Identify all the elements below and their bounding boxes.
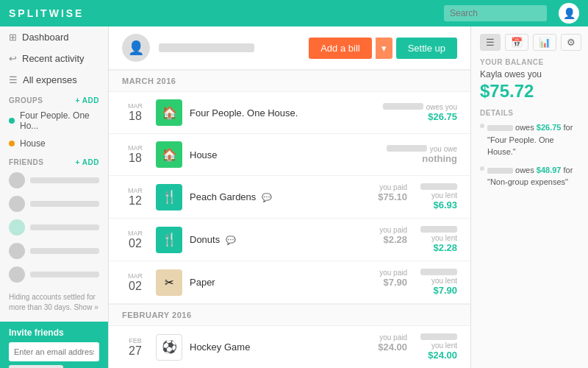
activity-amounts: you paid $7.90 you lent $7.90 [379, 269, 457, 296]
activity-row[interactable]: MAR 02 ✂ Paper you paid $7.90 you lent $… [109, 261, 470, 304]
sidebar-friend-5[interactable] [0, 263, 108, 286]
main-layout: ⊞ Dashboard ↩ Recent activity ☰ All expe… [0, 26, 588, 368]
center-panel: 👤 Add a bill ▾ Settle up MARCH 2016 MAR … [109, 26, 470, 368]
name-blur-bar [420, 226, 457, 233]
amount-col: you paid $7.90 [379, 269, 407, 296]
friends-section-header: FRIENDS + add [0, 152, 108, 169]
add-friend-link[interactable]: + add [76, 158, 99, 166]
activity-desc: Peach Gardens 💬 [190, 191, 378, 202]
activity-row[interactable]: FEB 27 ⚽ Hockey Game you paid $24.00 you… [109, 326, 470, 368]
friend-avatar [9, 172, 25, 188]
activity-icon: ⚽ [156, 334, 182, 361]
center-actions: Add a bill ▾ Settle up [309, 38, 457, 59]
amount-col: you paid $2.28 [379, 226, 407, 253]
add-group-link[interactable]: + add [76, 96, 99, 105]
logo: SPLITWISE [9, 7, 84, 19]
amount-col: owes you $26.75 [383, 103, 457, 122]
invite-email-input[interactable] [9, 342, 99, 361]
activity-amounts: you paid $24.00 you lent $24.00 [378, 333, 457, 361]
sidebar-friend-3[interactable] [0, 216, 108, 239]
month-header-march: MARCH 2016 [109, 70, 470, 92]
sidebar-friend-4[interactable] [0, 239, 108, 263]
person-blur-bar [487, 168, 513, 174]
activity-desc: House [190, 149, 387, 160]
activity-desc: Paper [190, 277, 379, 288]
friend-name-bar [30, 201, 99, 207]
panel-calendar-icon-button[interactable]: 📅 [505, 34, 528, 51]
activity-icon: 🏠 [156, 141, 182, 168]
activity-amounts: you paid $2.28 you lent $2.28 [379, 226, 457, 253]
balance-person-label: Kayla owes you [480, 69, 579, 79]
groups-section-header: GROUPS + add [0, 91, 108, 107]
dashboard-icon: ⊞ [9, 32, 17, 43]
activity-date: MAR 02 [122, 272, 148, 293]
add-bill-button[interactable]: Add a bill [309, 38, 371, 59]
center-header: 👤 Add a bill ▾ Settle up [109, 26, 470, 70]
group-color-dot [9, 118, 15, 124]
detail-text: owes $26.75 for "Four People. One House.… [487, 121, 579, 158]
activity-date: MAR 12 [122, 187, 148, 208]
send-invite-button[interactable]: Send invite [9, 365, 63, 368]
friend-avatar [9, 196, 25, 212]
sidebar-item-dashboard[interactable]: ⊞ Dashboard [0, 26, 108, 48]
invite-section: Invite friends Send invite f Share 🐦 Twe… [0, 322, 108, 368]
activity-icon: 🍴 [156, 184, 182, 210]
month-header-february: FEBRUARY 2016 [109, 304, 470, 326]
sidebar-item-four-people[interactable]: Four People. One Ho... [0, 107, 108, 135]
sidebar-friend-2[interactable] [0, 192, 108, 216]
name-blur-bar [387, 145, 427, 152]
sidebar-notice: Hiding accounts settled for more than 30… [0, 286, 108, 319]
activity-date: MAR 02 [122, 230, 148, 250]
activity-row[interactable]: MAR 18 🏠 Four People. One House. owes yo… [109, 92, 470, 134]
chat-icon: 💬 [262, 193, 272, 202]
name-blur-bar [383, 103, 423, 110]
friend-name-bar [30, 248, 99, 254]
sidebar: ⊞ Dashboard ↩ Recent activity ☰ All expe… [0, 26, 109, 368]
chat-icon: 💬 [226, 236, 236, 244]
panel-list-icon-button[interactable]: ☰ [480, 34, 501, 51]
activity-row[interactable]: MAR 12 🍴 Peach Gardens 💬 you paid $75.10… [109, 176, 470, 219]
add-bill-dropdown-button[interactable]: ▾ [376, 38, 392, 59]
name-blur-bar [420, 183, 457, 190]
activity-icon: ✂ [156, 269, 182, 296]
panel-chart-icon-button[interactable]: 📊 [533, 34, 556, 51]
amount-col: you paid $24.00 [378, 333, 407, 361]
amount-col: you lent $6.93 [420, 183, 457, 210]
user-avatar[interactable]: 👤 [559, 3, 579, 24]
activity-date: FEB 27 [122, 337, 148, 358]
activity-amounts: you owe nothing [387, 145, 457, 164]
friend-name-bar [30, 224, 99, 230]
sidebar-item-all-expenses[interactable]: ☰ All expenses [0, 69, 108, 91]
amount-col: you lent $24.00 [420, 333, 457, 361]
amount-col: you lent $2.28 [420, 226, 457, 253]
activity-desc: Hockey Game [190, 342, 378, 353]
sidebar-item-recent[interactable]: ↩ Recent activity [0, 48, 108, 69]
activity-row[interactable]: MAR 02 🍴 Donuts 💬 you paid $2.28 you len… [109, 219, 470, 261]
group-name-bar [159, 43, 254, 52]
name-blur-bar [420, 333, 457, 340]
balance-amount: $75.72 [480, 81, 579, 102]
sidebar-friend-1[interactable] [0, 169, 108, 192]
detail-item-2: owes $48.97 for "Non-group expenses" [480, 164, 579, 188]
group-avatar: 👤 [122, 34, 150, 62]
name-blur-bar [420, 269, 457, 275]
panel-icon-bar: ☰ 📅 📊 ⚙ [480, 34, 579, 51]
recent-icon: ↩ [9, 53, 17, 64]
activity-desc: Donuts 💬 [190, 234, 379, 245]
person-blur-bar [487, 125, 513, 131]
search-input[interactable] [444, 5, 547, 21]
activity-icon: 🍴 [156, 227, 182, 253]
invite-title: Invite friends [9, 328, 99, 338]
panel-settings-icon-button[interactable]: ⚙ [561, 34, 581, 51]
activity-date: MAR 18 [122, 144, 148, 165]
friend-avatar [9, 219, 25, 236]
settle-up-button[interactable]: Settle up [396, 38, 457, 59]
topbar: SPLITWISE 👤 [0, 0, 588, 26]
amount-col: you owe nothing [387, 145, 457, 164]
sidebar-item-house[interactable]: House [0, 135, 108, 152]
balance-section-label: YOUR BALANCE [480, 58, 579, 66]
detail-bullet [480, 166, 484, 171]
activity-row[interactable]: MAR 18 🏠 House you owe nothing [109, 134, 470, 176]
activity-date: MAR 18 [122, 102, 148, 123]
amount-col: you paid $75.10 [378, 183, 407, 210]
